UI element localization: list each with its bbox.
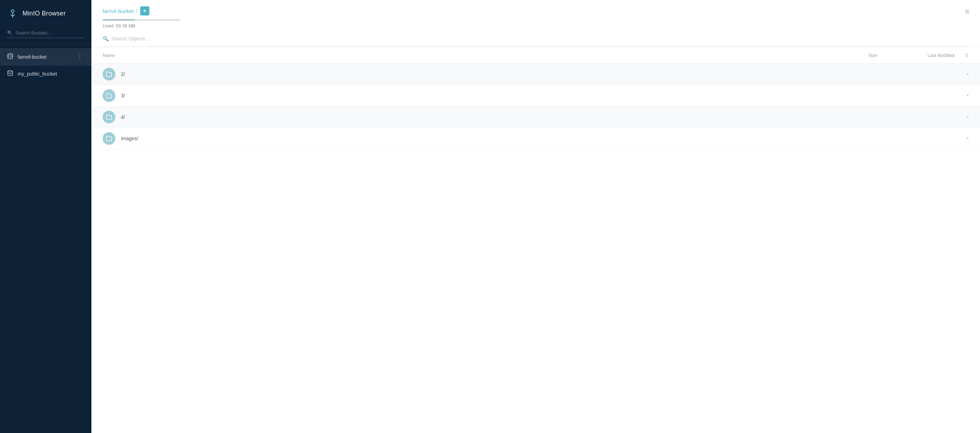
table-row[interactable]: images/ • [91,128,980,150]
sidebar-header: MinIO Browser [0,0,91,27]
folder-icon-circle [103,111,115,123]
bucket-menu-button-1[interactable]: ⋮ [75,53,84,62]
bucket-name-2: my_public_bucket [18,71,84,76]
object-name: 2/ [121,72,821,77]
usage-bar-container: Used: 59.38 MB [103,19,969,29]
bucket-icon-1 [7,53,13,61]
bucket-name-1: famvil-bucket [18,54,71,60]
object-name: images/ [121,136,821,141]
col-header-name: Name [103,53,821,58]
object-name: 4/ [121,114,821,120]
sort-icon[interactable]: ⇅ [965,53,969,58]
svg-point-0 [11,10,14,13]
breadcrumb: famvil-bucket / + [103,6,969,16]
object-name: 3/ [121,93,821,99]
breadcrumb-separator: / [136,8,137,14]
sidebar-search-container: 🔍 [0,27,91,44]
add-folder-button[interactable]: + [140,6,150,16]
table-row[interactable]: 3/ • [91,85,980,107]
folder-icon-circle [103,89,115,102]
table-row[interactable]: 4/ • [91,107,980,128]
search-objects-icon: 🔍 [103,36,109,41]
sidebar-item-famvil-bucket[interactable]: famvil-bucket ⋮ [0,48,91,66]
search-objects-input[interactable] [111,36,217,41]
app-title: MinIO Browser [22,10,66,17]
search-buckets-input[interactable] [16,30,84,35]
table-row[interactable]: 2/ • [91,64,980,85]
sidebar: MinIO Browser 🔍 famvil-bucket ⋮ [0,0,91,433]
sidebar-search-wrapper: 🔍 [7,30,84,38]
svg-point-5 [8,71,13,72]
usage-bar-fill [103,19,135,21]
col-header-size: Size [821,53,877,58]
sidebar-item-my-public-bucket[interactable]: my_public_bucket [0,66,91,82]
folder-icon [106,71,112,77]
usage-text: Used: 59.38 MB [103,23,135,29]
table-container: Name Size Last Modified ⇅ 2/ • [91,47,980,433]
main-header: famvil-bucket / + Used: 59.38 MB 🔍 [91,0,980,47]
usage-bar [103,19,180,21]
topbar-menu-button[interactable]: ≡ [963,6,972,17]
folder-icon-circle [103,68,115,81]
col-header-modified: Last Modified [877,53,955,58]
search-objects-container: 🔍 [103,32,969,47]
main-content: famvil-bucket / + Used: 59.38 MB 🔍 Name … [91,0,980,433]
folder-icon-circle [103,132,115,145]
table-header: Name Size Last Modified ⇅ [91,47,980,64]
bucket-icon-2 [7,70,13,78]
object-options-dot: • [955,71,969,78]
add-icon: + [143,8,146,14]
object-options-dot: • [955,92,969,99]
object-options-dot: • [955,113,969,121]
folder-icon [106,135,112,142]
folder-icon [106,114,112,120]
object-options-dot: • [955,135,969,142]
logo-icon [7,8,18,19]
svg-point-4 [8,54,13,56]
sidebar-search-icon: 🔍 [7,30,13,35]
bucket-list: famvil-bucket ⋮ my_public_bucket [0,44,91,86]
col-sort[interactable]: ⇅ [955,52,969,58]
breadcrumb-bucket-link[interactable]: famvil-bucket [103,8,134,14]
folder-icon [106,92,112,99]
